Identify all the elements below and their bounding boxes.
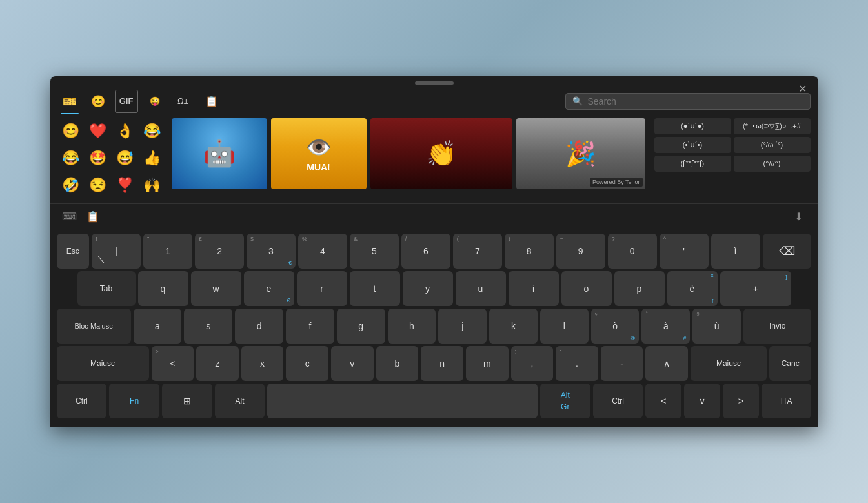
kaomoji-btn-4[interactable]: (°/ω ´°) — [734, 137, 811, 153]
key-q[interactable]: q — [138, 271, 188, 306]
clipboard-icon[interactable]: 📋 — [200, 90, 223, 113]
key-d[interactable]: d — [235, 309, 283, 344]
key-a[interactable]: a — [134, 309, 182, 344]
kaomoji-icon[interactable]: 😜 — [143, 90, 167, 113]
key-9[interactable]: = 9 — [556, 234, 605, 269]
emoji-recent-icon[interactable]: 🎫 — [58, 90, 81, 113]
gif-item-1[interactable]: 🤖 — [172, 118, 267, 189]
key-language[interactable]: ITA — [762, 384, 812, 418]
key-5[interactable]: & 5 — [350, 234, 399, 269]
key-3[interactable]: $ 3 € — [247, 234, 296, 269]
key-arrow-right[interactable]: > — [723, 384, 759, 418]
key-tab[interactable]: Tab — [77, 271, 136, 306]
key-e[interactable]: e € — [244, 271, 294, 306]
emoji-star-struck[interactable]: 🤩 — [85, 145, 111, 171]
key-s[interactable]: s — [184, 309, 232, 344]
key-p[interactable]: p — [614, 271, 665, 306]
key-h[interactable]: h — [388, 309, 436, 344]
key-lessthan[interactable]: > < — [152, 346, 194, 381]
key-1[interactable]: " 1 — [143, 234, 192, 269]
key-6[interactable]: / 6 — [401, 234, 450, 269]
key-2[interactable]: £ 2 — [195, 234, 244, 269]
active-mode-icon[interactable]: 📋 — [81, 205, 105, 229]
key-z[interactable]: z — [196, 346, 239, 381]
key-ctrl-right[interactable]: Ctrl — [593, 384, 643, 418]
key-c[interactable]: c — [286, 346, 328, 381]
emoji-smiling-face[interactable]: 😊 — [58, 118, 84, 144]
key-k[interactable]: k — [489, 309, 538, 344]
emoji-red-heart[interactable]: ❤️ — [85, 118, 111, 144]
kaomoji-btn-5[interactable]: (ʃ**ʃ**ʃ) — [654, 156, 731, 172]
kaomoji-btn-2[interactable]: (*: ･ω(⊇▽∑)○ -.+# — [734, 118, 811, 134]
emoji-sweat-smile[interactable]: 😅 — [112, 145, 138, 171]
gif-item-4[interactable]: 🎉 Powered By Tenor — [516, 118, 645, 189]
key-r[interactable]: r — [297, 271, 347, 306]
key-x[interactable]: x — [241, 346, 284, 381]
key-enter[interactable]: Invio — [743, 309, 811, 344]
emoji-joy[interactable]: 😂 — [139, 118, 165, 144]
key-f[interactable]: f — [286, 309, 334, 344]
key-ograve[interactable]: ç ò @ — [591, 309, 640, 344]
key-b[interactable]: b — [376, 346, 419, 381]
key-altgr[interactable]: AltGr — [540, 384, 590, 418]
emoji-gif-icon[interactable]: GIF — [115, 90, 138, 113]
kaomoji-btn-1[interactable]: (●`∪´●) — [654, 118, 731, 134]
emoji-ok-hand[interactable]: 👌 — [112, 118, 138, 144]
key-m[interactable]: m — [466, 346, 509, 381]
key-l[interactable]: l — [540, 309, 589, 344]
key-g[interactable]: g — [337, 309, 385, 344]
emoji-raised-hands[interactable]: 🙌 — [139, 172, 165, 198]
search-input[interactable] — [588, 96, 803, 107]
key-n[interactable]: n — [421, 346, 463, 381]
key-caret[interactable]: ∧ — [645, 346, 688, 381]
download-icon[interactable]: ⬇ — [787, 205, 811, 229]
emoji-joy2[interactable]: 😂 — [58, 145, 84, 171]
key-j[interactable]: j — [438, 309, 487, 344]
key-minus[interactable]: _ - — [601, 346, 643, 381]
key-caps-lock[interactable]: Bloc Maiusc — [57, 309, 131, 344]
kaomoji-btn-3[interactable]: (•`∪´•) — [654, 137, 731, 153]
key-w[interactable]: w — [191, 271, 241, 306]
close-button[interactable]: ✕ — [795, 81, 811, 97]
emoji-rofl[interactable]: 🤣 — [58, 172, 84, 198]
key-t[interactable]: t — [350, 271, 400, 306]
keyboard-layout-icon[interactable]: ⌨ — [58, 205, 81, 229]
special-chars-icon[interactable]: Ω± — [172, 90, 195, 113]
key-backspace[interactable]: ⌫ — [763, 234, 812, 269]
key-arrow-left[interactable]: < — [645, 384, 681, 418]
key-plus[interactable]: ] + — [720, 271, 791, 306]
key-comma[interactable]: ; , — [511, 346, 554, 381]
key-y[interactable]: y — [403, 271, 453, 306]
gif-item-3[interactable]: 👏 — [370, 118, 512, 189]
emoji-thumbsup[interactable]: 👍 — [139, 145, 165, 171]
key-windows[interactable]: ⊞ — [162, 384, 212, 418]
key-space[interactable] — [267, 384, 538, 418]
key-4[interactable]: % 4 — [298, 234, 347, 269]
emoji-unamused[interactable]: 😒 — [85, 172, 111, 198]
key-v[interactable]: v — [331, 346, 374, 381]
key-backslash[interactable]: ! | ＼ — [92, 234, 141, 269]
key-shift-left[interactable]: Maiusc — [57, 346, 149, 381]
key-o[interactable]: o — [561, 271, 612, 306]
key-arrow-down[interactable]: ∨ — [684, 384, 720, 418]
key-fn[interactable]: Fn — [109, 384, 159, 418]
key-quote[interactable]: ^ ' — [660, 234, 709, 269]
key-7[interactable]: ( 7 — [453, 234, 502, 269]
key-ugrave[interactable]: § ù — [692, 309, 741, 344]
key-period[interactable]: : . — [556, 346, 598, 381]
search-box[interactable]: 🔍 — [565, 93, 811, 110]
drag-handle[interactable] — [50, 76, 818, 87]
key-igrave[interactable]: ì — [711, 234, 760, 269]
key-alt-left[interactable]: Alt — [215, 384, 265, 418]
key-ctrl-left[interactable]: Ctrl — [57, 384, 107, 418]
emoji-smiley-icon[interactable]: 😊 — [86, 90, 110, 113]
key-i[interactable]: i — [509, 271, 559, 306]
key-esc[interactable]: Esc — [57, 234, 90, 269]
emoji-heart-exclamation[interactable]: ❣️ — [112, 172, 138, 198]
key-delete[interactable]: Canc — [769, 346, 812, 381]
key-shift-right[interactable]: Maiusc — [691, 346, 767, 381]
key-0[interactable]: ? 0 — [608, 234, 657, 269]
gif-item-2[interactable]: 👁️ MUA! — [271, 118, 367, 189]
key-8[interactable]: ) 8 — [505, 234, 554, 269]
kaomoji-btn-6[interactable]: (^///^) — [734, 156, 811, 172]
